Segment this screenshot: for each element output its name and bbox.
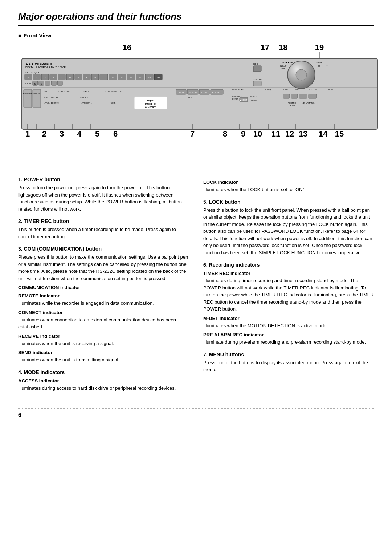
send-ind-label: ○ SEND [109, 102, 116, 104]
play-zoom-label: PLAY ZOOM◀ [232, 89, 244, 91]
section-recording-ind: 6. Recording indicators TIMER REC indica… [203, 262, 374, 346]
m-det-ind-text: Illuminates when the MOTION DETECTION is… [203, 322, 374, 329]
lock-btn-section-title: 5. LOCK button [203, 199, 374, 205]
enter-label: ENTER [317, 61, 323, 64]
zoom-btn-3-label: ← [46, 82, 49, 85]
top-num-19: 19 [315, 43, 324, 52]
timer-rec-ind-label: ○ TIMER REC [58, 90, 70, 93]
timer-rec-ind-text: Illuminates during timer recording and t… [203, 277, 374, 313]
timer-rec-label2: TIMER REC [32, 93, 42, 94]
m-det-ind-title: M-DET indicator [203, 316, 374, 321]
copy-label: COPY [201, 92, 207, 94]
ff-label: FF [318, 65, 320, 67]
zoom-btn-5-label: ↑ [59, 82, 61, 85]
device-diagram: 16 17 18 19 ▲▲▲ MITSUBISHI DIGITAL RECOR… [18, 42, 374, 166]
cam-btn-2-label: 2 [36, 76, 37, 79]
stop-btn[interactable] [283, 94, 290, 98]
lock-ind-label: ○ LOCK ○ [80, 97, 88, 99]
digital-label: Digital [147, 100, 154, 102]
rev-play-btn[interactable] [299, 94, 307, 98]
send-ind-text: Illuminates when the unit is transmittin… [18, 356, 189, 364]
bottom-num-9: 9 [241, 129, 245, 138]
cam-btn-10-label: 10 [102, 76, 105, 79]
send-ind-title: SEND indicator [18, 350, 189, 355]
info-label: INFO [179, 92, 184, 94]
cam-btn-7-label: 7 [78, 76, 79, 79]
search-label: SEARCH [212, 92, 221, 94]
pause-label: PAUSE [294, 89, 300, 91]
bottom-num-1: 1 [25, 129, 30, 138]
clear-rev-label: CLEAR/ [280, 65, 287, 67]
bottom-num-15: 15 [335, 129, 344, 138]
play-btn-ctrl[interactable] [309, 94, 317, 98]
cam-btn-16-label: 16 [157, 76, 160, 79]
communication-ind-title: COMMUNICATION indicator [18, 285, 189, 290]
bottom-num-8: 8 [223, 129, 227, 138]
rec-label-top: REC [253, 63, 258, 65]
top-num-16: 16 [123, 43, 131, 52]
receive-ind-text: Illuminates when the unit is receiving a… [18, 340, 189, 347]
stop-label-bot: STOP [283, 89, 288, 91]
lock-ind-section-text: Illuminates when the LOCK button is set … [203, 186, 374, 193]
page-title: Major operations and their functions [18, 11, 374, 26]
rec-ind-label: ● REC [44, 90, 49, 93]
m-det-ind-label: ○ M DET [83, 90, 91, 93]
clear-rev-label2: REW [281, 68, 285, 70]
cam-btn-6-label: 6 [69, 76, 71, 79]
bottom-num-13: 13 [299, 129, 307, 138]
bottom-num-7: 7 [190, 129, 195, 138]
com-ind-label: ○COM ○ REMOTE [44, 102, 59, 104]
cam-btn-13-label: 13 [130, 76, 132, 79]
right-column: LOCK indicator Illuminates when the LOCK… [203, 177, 374, 397]
bottom-num-10: 10 [253, 129, 262, 138]
section-menu-btns: 7. MENU buttons Press one of the buttons… [203, 352, 374, 373]
access-ind-text: Illuminates during access to hard disk d… [18, 385, 189, 392]
section-lock-btn: 5. LOCK button Press this button to lock… [203, 199, 374, 256]
timer-rec-area[interactable] [33, 89, 41, 108]
section-timer-rec: 2. TIMER REC button This button is press… [18, 218, 189, 240]
cam-btn-12-label: 12 [121, 76, 123, 79]
cam-btn-1-label: 1 [28, 76, 29, 79]
section-com: 3. COM (COMMUNICATION) button Please pre… [18, 246, 189, 364]
play-mode-label: ↓ PLAY MODE ↓ [302, 102, 315, 104]
zoom-btn-1-label: ⊙ [34, 82, 36, 85]
lock-ind-section-title: LOCK indicator [203, 179, 374, 185]
timer-rec-section-title: 2. TIMER REC button [18, 218, 189, 224]
brand-logo: ▲▲▲ MITSUBISHI [25, 62, 52, 65]
cam-btn-11-label: 11 [111, 76, 114, 79]
section-mode: 4. MODE indicators ACCESS indicator Illu… [18, 369, 189, 392]
shuttle-hold-label: SHUTTLE [288, 102, 297, 104]
archive-btn[interactable] [253, 81, 261, 86]
enter-arrows: >> [326, 64, 328, 66]
bottom-num-12: 12 [285, 129, 294, 138]
lock-btn-section-text: Press this button to lock the unit front… [203, 207, 374, 256]
pre-alarm-ind-title: PRE ALARM REC indicator [203, 332, 374, 337]
page: Major operations and their functions Fro… [0, 0, 392, 433]
zoom-btn-4-label: → [53, 82, 55, 85]
pre-alarm-ind-text: Illuminate during pre-alarm recording an… [203, 339, 374, 346]
main-label: MAIN◀ [265, 89, 271, 91]
timer-rec-section-text: This button is pressed when a timer reco… [18, 226, 189, 240]
cam-btn-8-label: 8 [86, 76, 87, 79]
eject-label: ▲EJECT [240, 99, 248, 101]
connect-ind-text: Illuminates when connection to an extern… [18, 316, 189, 331]
menu-btns-section-title: 7. MENU buttons [203, 352, 374, 357]
bottom-num-11: 11 [271, 129, 280, 138]
pause-btn[interactable] [291, 94, 298, 98]
bottom-num-6: 6 [113, 129, 118, 138]
jog-center [296, 69, 307, 80]
bottom-num-2: 2 [42, 129, 46, 138]
recording-ind-section-title: 6. Recording indicators [203, 262, 374, 268]
menu-label-bot: MENU ←→ [188, 97, 197, 99]
reset-label: RESET [232, 98, 238, 100]
rec-btn[interactable] [253, 66, 261, 72]
cam-btn-15-label: 15 [148, 76, 151, 79]
front-view-label: Front View [18, 32, 374, 39]
left-column: 1. POWER button Press to turn the power … [18, 177, 189, 397]
mode-section-title: 4. MODE indicators [18, 369, 189, 375]
power-label: ⏻POWER [23, 92, 32, 94]
move-label: MOVE◀ [250, 96, 257, 98]
content-area: 1. POWER button Press to turn the power … [18, 177, 374, 397]
top-num-18: 18 [279, 43, 287, 52]
cam-btn-14-label: 14 [139, 76, 142, 79]
